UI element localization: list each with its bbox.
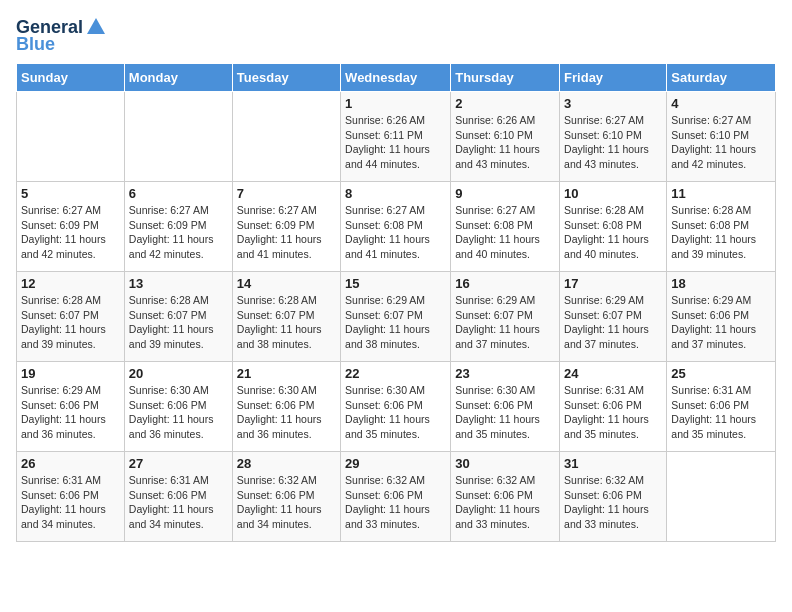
day-info: Sunrise: 6:26 AM Sunset: 6:11 PM Dayligh… bbox=[345, 113, 446, 172]
day-number: 24 bbox=[564, 366, 662, 381]
calendar-day-3: 3Sunrise: 6:27 AM Sunset: 6:10 PM Daylig… bbox=[560, 92, 667, 182]
day-info: Sunrise: 6:27 AM Sunset: 6:10 PM Dayligh… bbox=[564, 113, 662, 172]
day-number: 5 bbox=[21, 186, 120, 201]
day-info: Sunrise: 6:26 AM Sunset: 6:10 PM Dayligh… bbox=[455, 113, 555, 172]
calendar-week-row: 5Sunrise: 6:27 AM Sunset: 6:09 PM Daylig… bbox=[17, 182, 776, 272]
calendar-empty-cell bbox=[232, 92, 340, 182]
day-number: 10 bbox=[564, 186, 662, 201]
calendar-day-1: 1Sunrise: 6:26 AM Sunset: 6:11 PM Daylig… bbox=[341, 92, 451, 182]
column-header-tuesday: Tuesday bbox=[232, 64, 340, 92]
calendar-week-row: 12Sunrise: 6:28 AM Sunset: 6:07 PM Dayli… bbox=[17, 272, 776, 362]
day-number: 14 bbox=[237, 276, 336, 291]
day-number: 7 bbox=[237, 186, 336, 201]
day-number: 11 bbox=[671, 186, 771, 201]
day-info: Sunrise: 6:29 AM Sunset: 6:07 PM Dayligh… bbox=[564, 293, 662, 352]
calendar-day-11: 11Sunrise: 6:28 AM Sunset: 6:08 PM Dayli… bbox=[667, 182, 776, 272]
day-info: Sunrise: 6:27 AM Sunset: 6:08 PM Dayligh… bbox=[345, 203, 446, 262]
day-number: 28 bbox=[237, 456, 336, 471]
logo-icon bbox=[85, 16, 107, 38]
day-number: 26 bbox=[21, 456, 120, 471]
calendar-day-2: 2Sunrise: 6:26 AM Sunset: 6:10 PM Daylig… bbox=[451, 92, 560, 182]
calendar-day-21: 21Sunrise: 6:30 AM Sunset: 6:06 PM Dayli… bbox=[232, 362, 340, 452]
day-number: 15 bbox=[345, 276, 446, 291]
calendar-day-26: 26Sunrise: 6:31 AM Sunset: 6:06 PM Dayli… bbox=[17, 452, 125, 542]
calendar-day-25: 25Sunrise: 6:31 AM Sunset: 6:06 PM Dayli… bbox=[667, 362, 776, 452]
day-info: Sunrise: 6:31 AM Sunset: 6:06 PM Dayligh… bbox=[671, 383, 771, 442]
calendar-week-row: 19Sunrise: 6:29 AM Sunset: 6:06 PM Dayli… bbox=[17, 362, 776, 452]
column-header-thursday: Thursday bbox=[451, 64, 560, 92]
calendar-day-27: 27Sunrise: 6:31 AM Sunset: 6:06 PM Dayli… bbox=[124, 452, 232, 542]
day-info: Sunrise: 6:30 AM Sunset: 6:06 PM Dayligh… bbox=[455, 383, 555, 442]
day-number: 3 bbox=[564, 96, 662, 111]
calendar-day-13: 13Sunrise: 6:28 AM Sunset: 6:07 PM Dayli… bbox=[124, 272, 232, 362]
day-info: Sunrise: 6:29 AM Sunset: 6:06 PM Dayligh… bbox=[21, 383, 120, 442]
calendar-day-16: 16Sunrise: 6:29 AM Sunset: 6:07 PM Dayli… bbox=[451, 272, 560, 362]
calendar-day-22: 22Sunrise: 6:30 AM Sunset: 6:06 PM Dayli… bbox=[341, 362, 451, 452]
day-number: 4 bbox=[671, 96, 771, 111]
calendar-day-17: 17Sunrise: 6:29 AM Sunset: 6:07 PM Dayli… bbox=[560, 272, 667, 362]
day-number: 12 bbox=[21, 276, 120, 291]
calendar-empty-cell bbox=[124, 92, 232, 182]
day-number: 19 bbox=[21, 366, 120, 381]
calendar-table: SundayMondayTuesdayWednesdayThursdayFrid… bbox=[16, 63, 776, 542]
calendar-day-9: 9Sunrise: 6:27 AM Sunset: 6:08 PM Daylig… bbox=[451, 182, 560, 272]
day-info: Sunrise: 6:30 AM Sunset: 6:06 PM Dayligh… bbox=[237, 383, 336, 442]
day-info: Sunrise: 6:28 AM Sunset: 6:08 PM Dayligh… bbox=[671, 203, 771, 262]
day-info: Sunrise: 6:27 AM Sunset: 6:08 PM Dayligh… bbox=[455, 203, 555, 262]
day-info: Sunrise: 6:28 AM Sunset: 6:07 PM Dayligh… bbox=[129, 293, 228, 352]
page-header: General Blue bbox=[16, 16, 776, 55]
column-header-monday: Monday bbox=[124, 64, 232, 92]
day-number: 8 bbox=[345, 186, 446, 201]
column-header-friday: Friday bbox=[560, 64, 667, 92]
day-number: 9 bbox=[455, 186, 555, 201]
calendar-day-20: 20Sunrise: 6:30 AM Sunset: 6:06 PM Dayli… bbox=[124, 362, 232, 452]
calendar-day-30: 30Sunrise: 6:32 AM Sunset: 6:06 PM Dayli… bbox=[451, 452, 560, 542]
calendar-day-23: 23Sunrise: 6:30 AM Sunset: 6:06 PM Dayli… bbox=[451, 362, 560, 452]
calendar-day-4: 4Sunrise: 6:27 AM Sunset: 6:10 PM Daylig… bbox=[667, 92, 776, 182]
calendar-header-row: SundayMondayTuesdayWednesdayThursdayFrid… bbox=[17, 64, 776, 92]
day-number: 30 bbox=[455, 456, 555, 471]
column-header-saturday: Saturday bbox=[667, 64, 776, 92]
day-info: Sunrise: 6:30 AM Sunset: 6:06 PM Dayligh… bbox=[345, 383, 446, 442]
day-info: Sunrise: 6:32 AM Sunset: 6:06 PM Dayligh… bbox=[345, 473, 446, 532]
day-number: 20 bbox=[129, 366, 228, 381]
calendar-day-15: 15Sunrise: 6:29 AM Sunset: 6:07 PM Dayli… bbox=[341, 272, 451, 362]
day-number: 23 bbox=[455, 366, 555, 381]
calendar-day-29: 29Sunrise: 6:32 AM Sunset: 6:06 PM Dayli… bbox=[341, 452, 451, 542]
day-info: Sunrise: 6:27 AM Sunset: 6:09 PM Dayligh… bbox=[129, 203, 228, 262]
day-info: Sunrise: 6:32 AM Sunset: 6:06 PM Dayligh… bbox=[237, 473, 336, 532]
calendar-week-row: 26Sunrise: 6:31 AM Sunset: 6:06 PM Dayli… bbox=[17, 452, 776, 542]
day-number: 25 bbox=[671, 366, 771, 381]
calendar-empty-cell bbox=[17, 92, 125, 182]
day-info: Sunrise: 6:30 AM Sunset: 6:06 PM Dayligh… bbox=[129, 383, 228, 442]
day-number: 17 bbox=[564, 276, 662, 291]
day-number: 29 bbox=[345, 456, 446, 471]
calendar-day-24: 24Sunrise: 6:31 AM Sunset: 6:06 PM Dayli… bbox=[560, 362, 667, 452]
day-number: 6 bbox=[129, 186, 228, 201]
calendar-day-14: 14Sunrise: 6:28 AM Sunset: 6:07 PM Dayli… bbox=[232, 272, 340, 362]
day-info: Sunrise: 6:29 AM Sunset: 6:06 PM Dayligh… bbox=[671, 293, 771, 352]
day-info: Sunrise: 6:29 AM Sunset: 6:07 PM Dayligh… bbox=[455, 293, 555, 352]
calendar-empty-cell bbox=[667, 452, 776, 542]
day-info: Sunrise: 6:27 AM Sunset: 6:09 PM Dayligh… bbox=[21, 203, 120, 262]
day-info: Sunrise: 6:31 AM Sunset: 6:06 PM Dayligh… bbox=[564, 383, 662, 442]
day-number: 31 bbox=[564, 456, 662, 471]
day-number: 22 bbox=[345, 366, 446, 381]
calendar-day-18: 18Sunrise: 6:29 AM Sunset: 6:06 PM Dayli… bbox=[667, 272, 776, 362]
column-header-wednesday: Wednesday bbox=[341, 64, 451, 92]
day-info: Sunrise: 6:31 AM Sunset: 6:06 PM Dayligh… bbox=[129, 473, 228, 532]
calendar-day-5: 5Sunrise: 6:27 AM Sunset: 6:09 PM Daylig… bbox=[17, 182, 125, 272]
day-number: 21 bbox=[237, 366, 336, 381]
day-number: 18 bbox=[671, 276, 771, 291]
day-number: 27 bbox=[129, 456, 228, 471]
day-number: 16 bbox=[455, 276, 555, 291]
calendar-day-8: 8Sunrise: 6:27 AM Sunset: 6:08 PM Daylig… bbox=[341, 182, 451, 272]
calendar-day-6: 6Sunrise: 6:27 AM Sunset: 6:09 PM Daylig… bbox=[124, 182, 232, 272]
day-info: Sunrise: 6:27 AM Sunset: 6:10 PM Dayligh… bbox=[671, 113, 771, 172]
day-info: Sunrise: 6:28 AM Sunset: 6:08 PM Dayligh… bbox=[564, 203, 662, 262]
calendar-week-row: 1Sunrise: 6:26 AM Sunset: 6:11 PM Daylig… bbox=[17, 92, 776, 182]
calendar-day-31: 31Sunrise: 6:32 AM Sunset: 6:06 PM Dayli… bbox=[560, 452, 667, 542]
day-info: Sunrise: 6:32 AM Sunset: 6:06 PM Dayligh… bbox=[455, 473, 555, 532]
day-number: 13 bbox=[129, 276, 228, 291]
logo-blue-text: Blue bbox=[16, 34, 55, 55]
